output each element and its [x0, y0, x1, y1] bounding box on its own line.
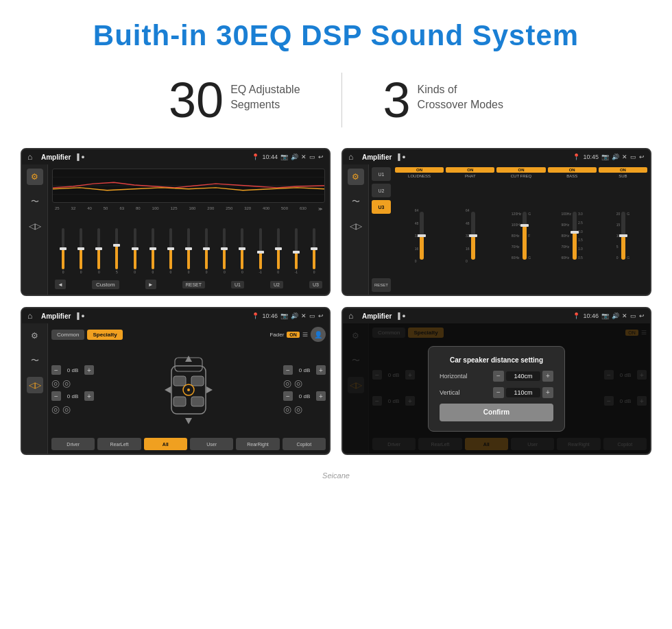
dialog-window-icon: ▭ [630, 312, 636, 319]
eq-back-icon: ↩ [318, 153, 324, 160]
db-minus-3[interactable]: − [283, 365, 293, 375]
eq-u1-btn[interactable]: U1 [231, 281, 244, 288]
crossover-sidebar-eq[interactable]: ⚙ [348, 169, 364, 185]
vertical-value: 110cm [506, 388, 540, 397]
eq-slider-8[interactable]: 0 [180, 228, 197, 274]
dialog-back-icon: ↩ [639, 312, 645, 319]
eq-sliders: 0 0 0 5 0 [52, 214, 325, 275]
db-plus-1[interactable]: + [84, 365, 94, 375]
crossover-reset-btn[interactable]: RESET [372, 278, 391, 292]
eq-number: 30 [169, 75, 224, 125]
copilot-btn[interactable]: Copilot [283, 438, 326, 450]
eq-u3-btn[interactable]: U3 [309, 281, 322, 288]
band-sub-label: SUB [619, 174, 627, 178]
fader-right-db: − 0 dB + ◎ ◎ − 0 dB + [283, 345, 326, 435]
band-bass-slider[interactable] [573, 212, 577, 260]
eq-slider-15[interactable]: 0 [306, 228, 322, 274]
band-loudness-on[interactable]: ON [395, 167, 444, 173]
preset-u2[interactable]: U2 [372, 184, 391, 197]
band-cutfreq-slider[interactable] [523, 212, 527, 260]
vertical-plus[interactable]: + [542, 387, 553, 398]
eq-slider-13[interactable]: 0 [270, 228, 287, 274]
band-phat-on[interactable]: ON [446, 167, 494, 173]
eq-sidebar-eq[interactable]: ⚙ [27, 169, 43, 185]
preset-buttons: U1 U2 U3 RESET [372, 167, 392, 292]
eq-slider-9[interactable]: 0 [198, 228, 215, 274]
fader-body: ⚙ 〜 ◁▷ Common Specialty Fader ON ≡ 👤 [22, 323, 329, 454]
fader-sidebar-eq[interactable]: ⚙ [27, 328, 43, 344]
eq-reset-btn[interactable]: RESET [182, 281, 205, 288]
fader-sidebar-vol[interactable]: ◁▷ [27, 377, 43, 393]
db-minus-1[interactable]: − [51, 365, 61, 375]
eq-slider-11[interactable]: 0 [234, 228, 250, 274]
svg-rect-7 [173, 397, 186, 406]
band-loudness-slider[interactable] [420, 212, 424, 260]
driver-btn[interactable]: Driver [51, 438, 95, 450]
speaker-front-left-icon2: ◎ [62, 378, 71, 388]
db-minus-2[interactable]: − [51, 391, 61, 401]
dialog-home-icon[interactable]: ⌂ [348, 311, 358, 321]
rearleft-btn[interactable]: RearLeft [97, 438, 141, 450]
eq-slider-3[interactable]: 0 [91, 228, 107, 274]
eq-sidebar-vol[interactable]: ◁▷ [27, 218, 43, 234]
home-icon[interactable]: ⌂ [27, 152, 37, 162]
user-btn[interactable]: User [190, 438, 233, 450]
db-minus-4[interactable]: − [283, 391, 293, 401]
brand-watermark: Seicane [0, 469, 672, 486]
rearright-btn[interactable]: RearRight [236, 438, 279, 450]
vertical-control: − 110cm + [493, 387, 553, 398]
svg-rect-6 [191, 376, 204, 386]
eq-camera-icon: 📷 [280, 153, 288, 160]
crossover-desc: Kinds of Crossover Modes [418, 75, 503, 113]
dialog-overlay: Car speaker distance setting Horizontal … [343, 323, 650, 454]
eq-slider-12[interactable]: -1 [252, 228, 269, 274]
db-plus-4[interactable]: + [316, 391, 326, 401]
vertical-minus[interactable]: − [493, 387, 504, 398]
eq-next-btn[interactable]: ► [145, 280, 156, 289]
horizontal-plus[interactable]: + [542, 371, 553, 382]
dialog-close-icon: ✕ [622, 312, 627, 319]
eq-u2-btn[interactable]: U2 [270, 281, 283, 288]
band-sub-slider[interactable] [621, 212, 625, 260]
band-bass-on[interactable]: ON [548, 167, 597, 173]
band-phat-slider[interactable] [471, 212, 475, 260]
specialty-btn[interactable]: Specialty [87, 330, 122, 340]
preset-u3[interactable]: U3 [372, 200, 391, 214]
crossover-home-icon[interactable]: ⌂ [348, 152, 358, 162]
fader-user-icon[interactable]: 👤 [311, 327, 326, 342]
confirm-button[interactable]: Confirm [440, 404, 553, 421]
eq-slider-7[interactable]: 0 [163, 228, 179, 274]
eq-location-icon: 📍 [252, 153, 259, 160]
common-btn[interactable]: Common [51, 330, 84, 340]
eq-slider-6[interactable]: 0 [145, 228, 161, 274]
svg-marker-14 [206, 386, 213, 393]
horizontal-minus[interactable]: − [493, 371, 504, 382]
preset-u1[interactable]: U1 [372, 167, 391, 181]
eq-slider-10[interactable]: 0 [216, 228, 232, 274]
eq-slider-2[interactable]: 0 [73, 228, 89, 274]
eq-slider-4[interactable]: 5 [108, 228, 125, 274]
eq-volume-icon: 🔊 [291, 153, 298, 160]
eq-slider-1[interactable]: 0 [55, 228, 71, 274]
eq-slider-14[interactable]: -1 [288, 228, 304, 274]
eq-sidebar-wave[interactable]: 〜 [27, 193, 43, 210]
eq-body: ⚙ 〜 ◁▷ [22, 164, 329, 295]
band-cutfreq-on[interactable]: ON [496, 167, 545, 173]
fader-home-icon[interactable]: ⌂ [27, 311, 37, 321]
fader-label-area: Fader ON ≡ 👤 [269, 327, 326, 342]
crossover-sidebar-wave[interactable]: 〜 [348, 193, 364, 210]
screenshots-grid: ⌂ Amplifier ▐ ● 📍 10:44 📷 🔊 ✕ ▭ ↩ ⚙ 〜 ◁▷ [0, 148, 672, 469]
stat-crossover: 3 Kinds of Crossover Modes [342, 75, 544, 125]
band-sub-on[interactable]: ON [599, 167, 647, 173]
eq-slider-5[interactable]: 0 [127, 228, 143, 274]
crossover-app-label: Amplifier [362, 153, 392, 161]
band-bass-label: BASS [566, 174, 577, 178]
fader-sidebar-wave[interactable]: 〜 [27, 352, 43, 369]
db-plus-3[interactable]: + [316, 365, 326, 375]
eq-prev-btn[interactable]: ◄ [55, 280, 66, 289]
db-value-4: 0 dB [295, 393, 314, 399]
all-btn[interactable]: All [144, 438, 187, 450]
db-row-2: − 0 dB + [51, 391, 94, 401]
crossover-sidebar-vol[interactable]: ◁▷ [348, 218, 364, 234]
db-plus-2[interactable]: + [84, 391, 94, 401]
